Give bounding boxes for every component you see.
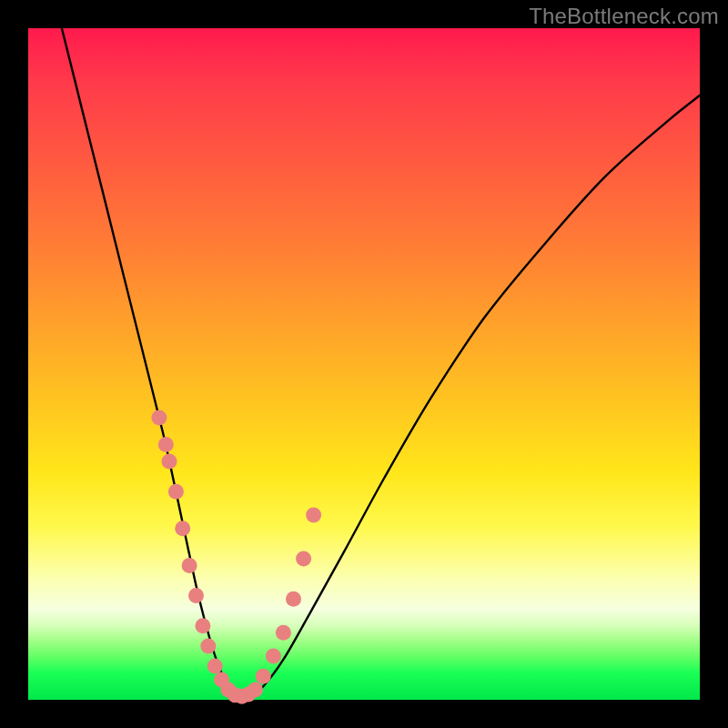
data-marker [162,454,177,470]
data-marker [151,410,167,426]
data-marker [175,521,190,536]
watermark-text: TheBottleneck.com [529,4,719,29]
data-marker [266,649,281,664]
data-marker [158,437,174,452]
data-marker [286,592,301,607]
chart-overlay [28,28,700,700]
data-marker [207,659,223,674]
data-marker [182,558,197,573]
chart-frame: TheBottleneck.com [0,0,728,728]
data-marker [188,588,204,603]
bottleneck-curve [62,28,700,698]
data-marker [306,508,321,523]
data-marker [200,639,216,654]
data-marker [296,551,311,567]
marker-group [151,410,321,704]
data-marker [276,625,291,641]
data-marker [168,484,184,500]
data-marker [195,618,210,633]
data-marker [256,669,271,684]
data-marker [248,682,263,697]
